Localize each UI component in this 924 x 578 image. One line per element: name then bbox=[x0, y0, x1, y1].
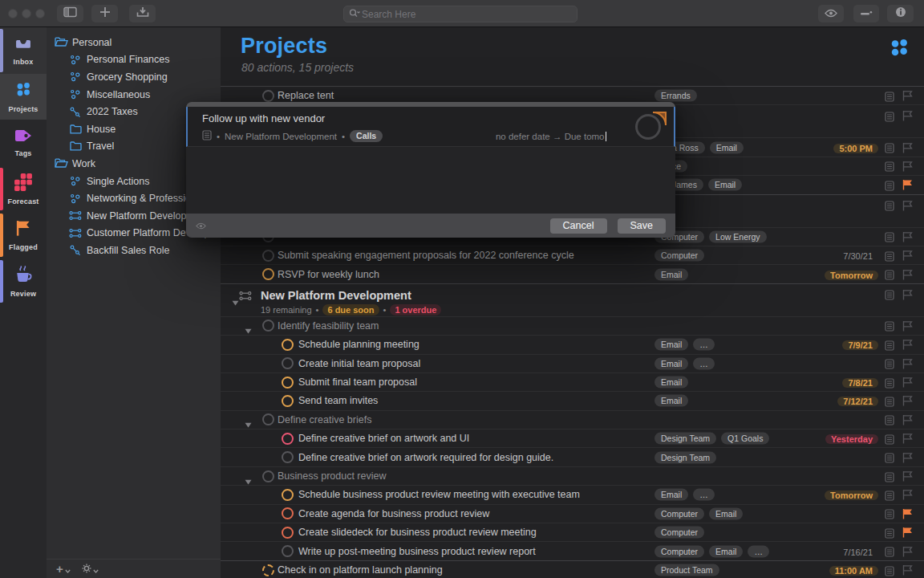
tag-pill[interactable]: Email bbox=[708, 179, 742, 191]
status-circle[interactable] bbox=[282, 357, 294, 369]
due-date[interactable]: 7/30/21 bbox=[837, 248, 878, 263]
note-icon[interactable] bbox=[885, 434, 894, 448]
view-options-button[interactable] bbox=[853, 5, 879, 22]
due-date[interactable]: 5:00 PM bbox=[833, 140, 878, 155]
quick-entry-title[interactable]: Follow up with new vendor bbox=[202, 112, 325, 124]
task-title[interactable]: Check in on platform launch planning bbox=[278, 564, 443, 576]
flag-outline-icon[interactable] bbox=[902, 433, 913, 447]
quick-entry-note-area[interactable] bbox=[186, 148, 675, 214]
rail-item-review[interactable]: Review bbox=[0, 258, 47, 305]
flag-outline-icon[interactable] bbox=[902, 142, 913, 157]
note-icon[interactable] bbox=[885, 250, 894, 265]
defer-date-text[interactable]: no defer date bbox=[496, 132, 550, 141]
note-icon[interactable] bbox=[885, 289, 894, 303]
tag-pill[interactable]: Computer bbox=[654, 545, 704, 557]
task-title[interactable]: Create slidedeck for business product re… bbox=[298, 527, 537, 538]
sidebar-settings-button[interactable] bbox=[82, 562, 99, 576]
task-title[interactable]: RSVP for weekly lunch bbox=[278, 269, 379, 280]
flag-outline-icon[interactable] bbox=[902, 161, 913, 175]
note-icon[interactable] bbox=[885, 414, 894, 429]
note-icon[interactable] bbox=[885, 161, 894, 175]
due-date[interactable]: Tomorrow bbox=[825, 487, 878, 502]
flag-outline-icon[interactable] bbox=[902, 231, 913, 246]
status-circle[interactable] bbox=[282, 507, 294, 519]
task-title[interactable]: Create initial team proposal bbox=[298, 358, 420, 369]
status-circle[interactable] bbox=[282, 527, 294, 539]
due-date[interactable]: Yesterday bbox=[825, 431, 878, 446]
sidebar-item-grocery-shopping[interactable]: Grocery Shopping bbox=[47, 68, 221, 86]
cancel-button[interactable]: Cancel bbox=[550, 218, 607, 234]
flag-outline-icon[interactable] bbox=[902, 470, 913, 485]
rail-item-projects[interactable]: Projects bbox=[0, 74, 47, 120]
quick-entry-row[interactable]: Follow up with new vendor • New Platform… bbox=[186, 107, 675, 147]
sidebar-toggle-button[interactable] bbox=[57, 5, 83, 22]
task-title[interactable]: Define creative briefs bbox=[278, 414, 371, 425]
task-row[interactable]: Submit speaking engagement proposals for… bbox=[221, 246, 924, 264]
tag-pill[interactable]: Computer bbox=[654, 250, 704, 262]
note-icon[interactable] bbox=[885, 490, 894, 504]
flag-filled-icon[interactable] bbox=[902, 179, 913, 193]
action-group-row[interactable]: Business product review bbox=[221, 466, 924, 485]
note-icon[interactable] bbox=[885, 377, 894, 392]
tag-pill[interactable]: Email bbox=[709, 545, 743, 557]
save-button[interactable]: Save bbox=[618, 218, 667, 234]
task-row[interactable]: Check in on platform launch planningProd… bbox=[221, 560, 924, 578]
tag-pill[interactable]: Email bbox=[654, 395, 688, 407]
task-row[interactable]: Define creative brief on artwork and UID… bbox=[221, 429, 924, 447]
quick-entry-project[interactable]: New Platform Development bbox=[225, 132, 337, 141]
task-title[interactable]: Schedule business product review meeting… bbox=[298, 489, 580, 500]
tag-pill[interactable]: Email bbox=[654, 268, 688, 280]
tag-pill[interactable]: Errands bbox=[654, 90, 697, 102]
task-row[interactable]: Create slidedeck for business product re… bbox=[221, 523, 924, 541]
status-circle[interactable] bbox=[282, 451, 294, 463]
add-project-button[interactable]: + bbox=[56, 562, 71, 576]
inspector-info-button[interactable] bbox=[887, 5, 914, 22]
flag-outline-icon[interactable] bbox=[902, 546, 913, 560]
due-date[interactable]: 7/8/21 bbox=[842, 375, 878, 389]
status-circle[interactable] bbox=[282, 433, 294, 445]
add-item-button[interactable] bbox=[91, 5, 118, 22]
tag-pill[interactable]: Q1 Goals bbox=[721, 433, 769, 445]
status-circle[interactable] bbox=[262, 90, 274, 102]
task-title[interactable]: Identify feasibility team bbox=[278, 320, 379, 332]
flag-outline-icon[interactable] bbox=[902, 358, 913, 372]
flag-outline-icon[interactable] bbox=[902, 489, 913, 503]
status-circle[interactable] bbox=[262, 268, 274, 280]
flag-outline-icon[interactable] bbox=[902, 414, 913, 429]
minimize-window-button[interactable] bbox=[22, 9, 31, 18]
quick-entry-tag[interactable]: Calls bbox=[350, 130, 383, 142]
note-icon[interactable] bbox=[885, 91, 894, 105]
task-row[interactable]: RSVP for weekly lunchEmailTomorrow bbox=[221, 264, 924, 283]
tag-pill[interactable]: Low Energy bbox=[709, 230, 766, 242]
flag-filled-icon[interactable] bbox=[902, 527, 913, 541]
due-date[interactable]: 7/12/21 bbox=[837, 393, 878, 408]
sidebar-item-personal[interactable]: Personal bbox=[47, 34, 221, 51]
note-icon[interactable] bbox=[885, 111, 894, 125]
note-icon[interactable] bbox=[885, 320, 894, 335]
tag-pill[interactable]: Email bbox=[654, 339, 688, 351]
status-circle[interactable] bbox=[262, 413, 274, 425]
note-icon[interactable] bbox=[885, 180, 894, 194]
task-row[interactable]: Create initial team proposalEmail… bbox=[221, 354, 924, 372]
flag-outline-icon[interactable] bbox=[902, 200, 913, 214]
rail-item-flagged[interactable]: Flagged bbox=[0, 212, 47, 258]
task-title[interactable]: Business product review bbox=[278, 470, 386, 482]
note-icon[interactable] bbox=[885, 546, 894, 560]
tag-pill[interactable]: Email bbox=[654, 489, 688, 501]
due-date[interactable]: Tomorrow bbox=[825, 267, 878, 282]
tag-pill[interactable]: Computer bbox=[654, 527, 704, 539]
flag-outline-icon[interactable] bbox=[902, 110, 913, 124]
status-circle[interactable] bbox=[262, 470, 274, 482]
task-title[interactable]: Submit speaking engagement proposals for… bbox=[278, 250, 574, 261]
status-circle[interactable] bbox=[282, 545, 294, 557]
flag-outline-icon[interactable] bbox=[902, 339, 913, 353]
rail-item-inbox[interactable]: Inbox bbox=[0, 27, 47, 74]
task-row[interactable]: Create agenda for business product revie… bbox=[221, 504, 924, 523]
status-circle[interactable] bbox=[282, 395, 294, 407]
task-title[interactable]: Define creative brief on artwork and UI bbox=[298, 433, 469, 444]
task-title[interactable]: Write up post-meeting business product r… bbox=[298, 546, 536, 557]
task-row[interactable]: Submit final team proposalEmail7/8/21 bbox=[221, 372, 924, 391]
note-icon[interactable] bbox=[885, 452, 894, 466]
note-icon[interactable] bbox=[885, 340, 894, 354]
tag-pill[interactable]: … bbox=[693, 357, 715, 369]
